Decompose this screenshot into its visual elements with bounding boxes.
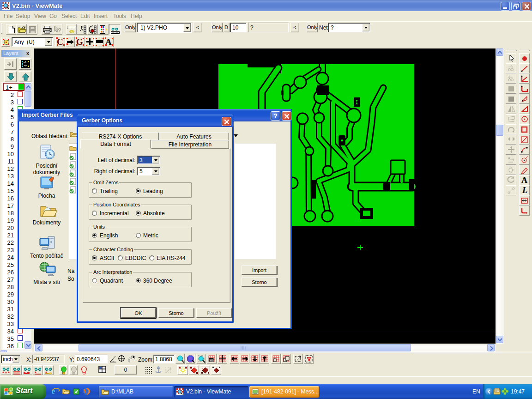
svg-text:?: ? — [58, 27, 61, 34]
svg-text:s: s — [206, 367, 208, 370]
svg-text:s: s — [202, 367, 203, 370]
